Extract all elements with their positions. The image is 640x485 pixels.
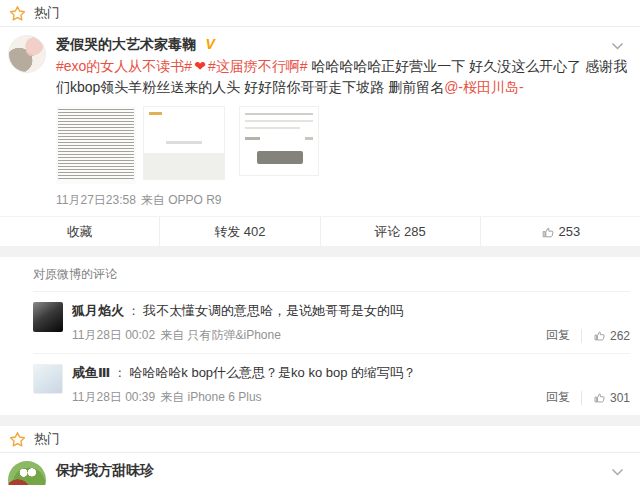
hashtag-link[interactable]: #exo的女人从不读书# <box>56 58 192 74</box>
avatar[interactable] <box>33 364 63 394</box>
comment-text: 我不太懂女调的意思哈，是说她哥哥是女的吗 <box>143 303 403 318</box>
comment-time: 11月28日 00:39 <box>72 390 155 404</box>
timestamp-text: 11月27日23:58 <box>56 193 136 207</box>
comment-label: 评论 285 <box>374 223 425 241</box>
comment-meta: 11月28日 00:39来自 iPhone 6 Plus <box>72 389 546 406</box>
comment-colon: ： <box>113 365 126 380</box>
thumbs-up-icon <box>593 329 606 342</box>
thumbs-up-icon <box>593 391 606 404</box>
post-action-bar: 收藏 转发 402 评论 285 253 <box>0 216 640 246</box>
source-text: 来自 OPPO R9 <box>141 193 222 207</box>
thumbs-up-icon <box>541 225 555 239</box>
post-username[interactable]: 保护我方甜味珍 <box>56 462 154 478</box>
comment-username[interactable]: 狐月焰火 <box>72 303 124 318</box>
post-content: #exo的女人从不读书#❤#这届痨不行啊# 哈哈哈哈哈正好营业一下 好久没这么开… <box>56 56 632 98</box>
attachment-image-page-screenshot[interactable] <box>143 106 225 180</box>
hot-section-label: 热门 <box>34 430 60 448</box>
hashtag-link[interactable]: #这届痨不行啊# <box>208 58 308 74</box>
heart-emoji: ❤ <box>194 58 206 74</box>
section-divider <box>0 246 640 257</box>
post-card: 保护我方甜味珍 #exo的女人从不读书#敲里妈笑死我吧哈哈哈哈哈哈哈哈哈哈哈哈哈… <box>0 453 640 485</box>
chevron-down-icon[interactable] <box>611 37 624 55</box>
hot-section-header-bottom: 热门 <box>0 426 640 453</box>
comment-source: 来自 只有防弹&iPhone <box>160 328 281 342</box>
star-icon <box>9 431 26 448</box>
comment-like-button[interactable]: 301 <box>581 391 630 405</box>
favorite-label: 收藏 <box>67 223 93 241</box>
reply-button[interactable]: 回复 <box>546 327 570 344</box>
chevron-down-icon[interactable] <box>611 463 624 481</box>
comment-item: 狐月焰火：我不太懂女调的意思哈，是说她哥哥是女的吗 11月28日 00:02来自… <box>33 292 630 353</box>
avatar[interactable] <box>8 35 46 73</box>
post-card: 爱假哭的大艺术家毒鞠 V #exo的女人从不读书#❤#这届痨不行啊# 哈哈哈哈哈… <box>0 27 640 246</box>
like-count: 253 <box>559 224 581 239</box>
post-timestamp: 11月27日23:58来自 OPPO R9 <box>56 192 632 209</box>
like-button[interactable]: 253 <box>480 217 640 246</box>
comments-header: 对原微博的评论 <box>33 257 630 292</box>
comment-text: 哈哈哈哈k bop什么意思？是ko ko bop 的缩写吗？ <box>129 365 416 380</box>
attachment-image-form-screenshot[interactable] <box>239 106 319 176</box>
mention-link[interactable]: @-桜田川岛- <box>444 79 524 95</box>
comment-source: 来自 iPhone 6 Plus <box>160 390 261 404</box>
post-username[interactable]: 爱假哭的大艺术家毒鞠 <box>56 36 196 52</box>
comment-colon: ： <box>127 303 140 318</box>
attachment-image-text-screenshot[interactable] <box>56 106 136 184</box>
post-attachments <box>56 106 632 184</box>
reply-button[interactable]: 回复 <box>546 389 570 406</box>
comment-like-button[interactable]: 262 <box>581 329 630 343</box>
verified-badge-icon: V <box>205 36 214 52</box>
comment-like-count: 262 <box>610 329 630 343</box>
star-icon <box>9 5 26 22</box>
section-divider <box>0 415 640 426</box>
comment-item: 咸鱼Ⅲ：哈哈哈哈k bop什么意思？是ko ko bop 的缩写吗？ 11月28… <box>33 353 630 415</box>
repost-button[interactable]: 转发 402 <box>159 217 319 246</box>
comment-time: 11月28日 00:02 <box>72 328 155 342</box>
repost-label: 转发 402 <box>214 223 265 241</box>
favorite-button[interactable]: 收藏 <box>0 217 159 246</box>
comment-username[interactable]: 咸鱼Ⅲ <box>72 365 110 380</box>
comments-section: 对原微博的评论 狐月焰火：我不太懂女调的意思哈，是说她哥哥是女的吗 11月28日… <box>0 257 640 415</box>
comment-meta: 11月28日 00:02来自 只有防弹&iPhone <box>72 327 546 344</box>
avatar[interactable] <box>33 302 63 332</box>
weibo-feed-page: 热门 爱假哭的大艺术家毒鞠 V #exo的女人从不读书#❤#这届痨不行啊# 哈哈… <box>0 0 640 485</box>
comment-like-count: 301 <box>610 391 630 405</box>
avatar[interactable] <box>8 461 46 485</box>
hot-section-label: 热门 <box>34 4 60 22</box>
hot-section-header-top: 热门 <box>0 0 640 27</box>
comment-button[interactable]: 评论 285 <box>320 217 480 246</box>
